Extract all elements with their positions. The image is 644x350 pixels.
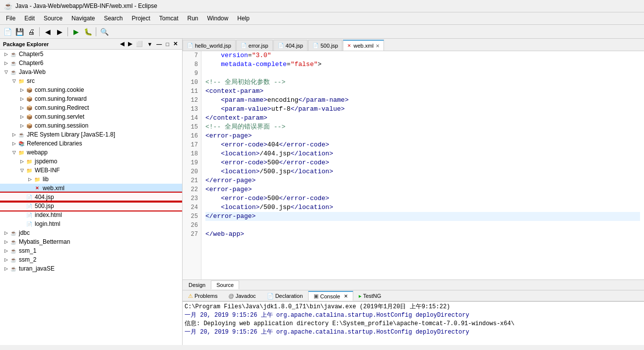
project-icon: ☕ — [9, 229, 17, 237]
toolbar-run[interactable]: ▶ — [70, 26, 81, 37]
tab-hello[interactable]: 📄 hello_world.jsp — [183, 40, 236, 51]
tab-close-webxml[interactable]: ✕ — [376, 43, 380, 49]
ln-8: 8 — [186, 60, 198, 69]
toolbar-forward[interactable]: ▶ — [54, 26, 65, 37]
tree-item-index[interactable]: 📄 index.html — [0, 210, 182, 219]
menu-project[interactable]: Project — [128, 13, 154, 23]
tree-item-404[interactable]: 📄 404.jsp — [0, 193, 182, 202]
bottom-tab-javadoc[interactable]: @ Javadoc — [223, 291, 261, 301]
tab-label-hello: hello_world.jsp — [195, 43, 231, 49]
tree-item-pkg-forward[interactable]: ▷ 📦 com.suning.forward — [0, 94, 182, 103]
tree-item-500[interactable]: 📄 500.jsp — [0, 202, 182, 210]
toggle-pkg-session[interactable]: ▷ — [19, 123, 25, 129]
toggle-turan[interactable]: ▷ — [3, 266, 9, 272]
toolbar-print[interactable]: 🖨 — [26, 26, 37, 37]
tab-webxml[interactable]: ✕ web.xml ✕ — [343, 40, 384, 51]
tree-item-reflibraries[interactable]: ▷ 📚 Referenced Libraries — [0, 139, 182, 148]
tree-item-pkg-redirect[interactable]: ▷ 📦 com.suning.Redirect — [0, 103, 182, 112]
toggle-lib[interactable]: ▷ — [27, 176, 33, 182]
tab-500[interactable]: 📄 500.jsp — [308, 40, 342, 51]
code-editor[interactable]: 7 8 9 10 11 12 13 14 15 16 17 18 19 20 2… — [183, 51, 644, 280]
tree-item-pkg-servlet[interactable]: ▷ 📦 com.suning.servlet — [0, 112, 182, 121]
package-icon: 📦 — [25, 122, 33, 130]
tree-item-lib[interactable]: ▷ 📁 lib — [0, 175, 182, 184]
menu-help[interactable]: Help — [233, 13, 254, 23]
tab-404[interactable]: 📄 404.jsp — [273, 40, 308, 51]
menu-search[interactable]: Search — [100, 13, 127, 23]
toggle-webapp[interactable]: ▽ — [11, 149, 17, 155]
tab-error[interactable]: 📄 error.jsp — [236, 40, 273, 51]
code-line-19: <error-code>500</error-code> — [205, 158, 640, 167]
toggle-ssm2[interactable]: ▷ — [3, 257, 9, 263]
menu-window[interactable]: Window — [203, 13, 233, 23]
pe-nav-back[interactable]: ◀ — [119, 40, 126, 48]
toggle-chapter5[interactable]: ▷ — [3, 51, 9, 57]
menu-navigate[interactable]: Navigate — [67, 13, 99, 23]
toggle-chapter6[interactable]: ▷ — [3, 60, 9, 66]
tree-item-webapp[interactable]: ▽ 📁 webapp — [0, 148, 182, 157]
tree-item-webxml[interactable]: ✕ web.xml — [0, 184, 182, 193]
bottom-tab-problems[interactable]: ⚠ Problems — [183, 291, 223, 301]
pe-menu[interactable]: ▼ — [145, 41, 154, 48]
tree-item-pkg-session[interactable]: ▷ 📦 com.suning.sessiion — [0, 121, 182, 130]
folder-icon: 📁 — [17, 148, 25, 156]
tree-item-src[interactable]: ▽ 📁 src — [0, 76, 182, 85]
toggle-mybatis[interactable]: ▷ — [3, 239, 9, 245]
bottom-tab-console[interactable]: ▣ Console ✕ — [308, 291, 353, 301]
pe-minimize[interactable]: — — [155, 41, 163, 48]
toggle-jdbc[interactable]: ▷ — [3, 230, 9, 236]
toggle-ssm1[interactable]: ▷ — [3, 248, 9, 254]
toggle-pkg-forward[interactable]: ▷ — [19, 96, 25, 102]
console-close-icon[interactable]: ✕ — [344, 293, 348, 299]
toolbar-search[interactable]: 🔍 — [99, 26, 110, 37]
code-line-22: <error-page> — [205, 185, 640, 194]
tree-item-jspdemo[interactable]: ▷ 📁 jspdemo — [0, 157, 182, 166]
pe-title: Package Explorer — [3, 41, 49, 47]
pe-maximize[interactable]: □ — [164, 41, 171, 48]
toolbar-new[interactable]: 📄 — [2, 26, 13, 37]
tree-item-chapter5[interactable]: ▷ ☕ Chapter5 — [0, 50, 182, 59]
tree-item-turan[interactable]: ▷ ☕ turan_javaSE — [0, 264, 182, 273]
toggle-src[interactable]: ▽ — [11, 78, 17, 84]
package-icon: 📦 — [25, 86, 33, 94]
toggle-pkg-servlet[interactable]: ▷ — [19, 114, 25, 120]
tree-item-ssm1[interactable]: ▷ ☕ ssm_1 — [0, 246, 182, 255]
pe-nav-forward[interactable]: ▶ — [127, 40, 133, 48]
toggle-pkg-cookie[interactable]: ▷ — [19, 87, 25, 93]
menu-tomcat[interactable]: Tomcat — [155, 13, 183, 23]
tree-item-pkg-cookie[interactable]: ▷ 📦 com.suning.cookie — [0, 85, 182, 94]
tree-item-webinf[interactable]: ▽ 📁 WEB-INF — [0, 166, 182, 175]
no-toggle — [19, 212, 25, 218]
toggle-reflibraries[interactable]: ▷ — [11, 140, 17, 146]
pe-collapse[interactable]: ⬜ — [134, 40, 144, 48]
toolbar-save[interactable]: 💾 — [14, 26, 25, 37]
menu-edit[interactable]: Edit — [20, 13, 39, 23]
bottom-tab-declaration[interactable]: 📄 Declaration — [261, 291, 309, 301]
tree-item-chapter6[interactable]: ▷ ☕ Chapter6 — [0, 59, 182, 68]
tree-item-jdbc[interactable]: ▷ ☕ jdbc — [0, 228, 182, 237]
tree-item-jre[interactable]: ▷ ☕ JRE System Library [JavaSE-1.8] — [0, 130, 182, 139]
console-line-2: 一月 20, 2019 9:15:26 上午 org.apache.catali… — [185, 311, 642, 320]
bottom-tab-label-testng: TestNG — [363, 293, 382, 299]
menu-run[interactable]: Run — [184, 13, 202, 23]
toggle-javaweb[interactable]: ▽ — [3, 69, 9, 75]
bottom-tab-testng[interactable]: ▸ TestNG — [353, 291, 387, 301]
tree-item-login[interactable]: 📄 login.html — [0, 219, 182, 228]
toolbar-debug[interactable]: 🐛 — [82, 26, 93, 37]
toggle-webinf[interactable]: ▽ — [19, 167, 25, 173]
tree-item-mybatis[interactable]: ▷ ☕ Mybatis_Betterman — [0, 237, 182, 246]
toggle-jspdemo[interactable]: ▷ — [19, 158, 25, 164]
toolbar-back[interactable]: ◀ — [42, 26, 53, 37]
tree-item-ssm2[interactable]: ▷ ☕ ssm_2 — [0, 255, 182, 264]
menu-source[interactable]: Source — [40, 13, 66, 23]
toggle-pkg-redirect[interactable]: ▷ — [19, 105, 25, 111]
editor-tab-design[interactable]: Design — [183, 280, 211, 289]
pe-close[interactable]: ✕ — [172, 40, 179, 48]
code-content[interactable]: version="3.0" metadata-complete="false">… — [201, 51, 644, 280]
ln-27: 27 — [186, 230, 198, 239]
editor-tab-source[interactable]: Source — [211, 280, 239, 289]
ln-22: 22 — [186, 185, 198, 194]
toggle-jre[interactable]: ▷ — [11, 132, 17, 138]
menu-file[interactable]: File — [2, 13, 19, 23]
tree-item-javaweb[interactable]: ▽ ☕ Java-Web — [0, 68, 182, 76]
